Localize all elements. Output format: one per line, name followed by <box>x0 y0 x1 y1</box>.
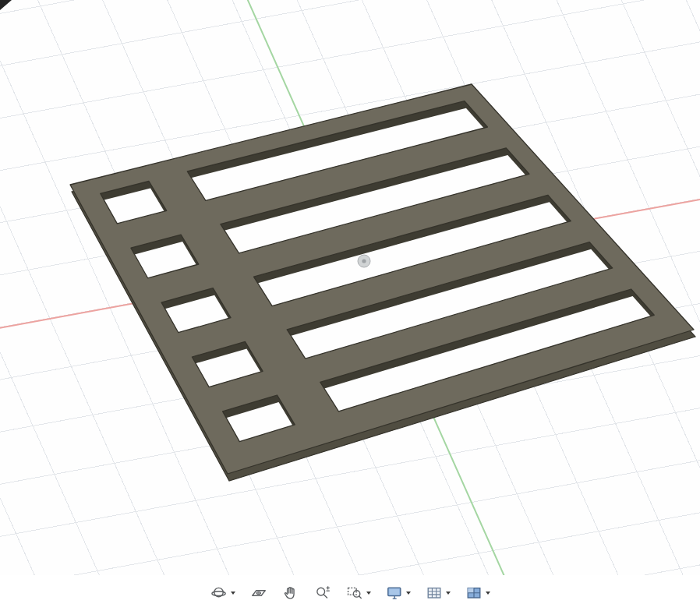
grid-display-icon <box>426 585 443 602</box>
zoom-window-dropdown-arrow[interactable] <box>366 592 371 595</box>
viewport-3d[interactable] <box>0 0 700 611</box>
pan-icon <box>282 585 299 602</box>
look-at-icon <box>250 585 267 602</box>
zoom-icon <box>314 585 331 602</box>
orbit-icon <box>210 585 228 602</box>
screen-corner-artifact <box>0 0 12 10</box>
orbit-button[interactable] <box>208 583 238 603</box>
zoom-button[interactable] <box>312 583 334 603</box>
viewports-dropdown-arrow[interactable] <box>486 592 490 595</box>
grid-display-button[interactable] <box>423 583 453 603</box>
viewports-button[interactable] <box>463 583 493 603</box>
nav-toolbar <box>0 575 700 611</box>
zoom-window-icon <box>346 585 363 602</box>
scene-svg <box>0 0 700 611</box>
orbit-dropdown-arrow[interactable] <box>231 592 235 595</box>
display-settings-button[interactable] <box>384 583 413 603</box>
grid-display-dropdown-arrow[interactable] <box>446 592 451 595</box>
pan-button[interactable] <box>280 583 302 603</box>
look-at-button[interactable] <box>248 583 270 603</box>
origin-marker[interactable] <box>358 255 370 267</box>
display-settings-icon <box>386 585 403 602</box>
zoom-window-button[interactable] <box>344 583 373 603</box>
display-settings-dropdown-arrow[interactable] <box>406 592 411 595</box>
viewports-icon <box>465 585 483 602</box>
